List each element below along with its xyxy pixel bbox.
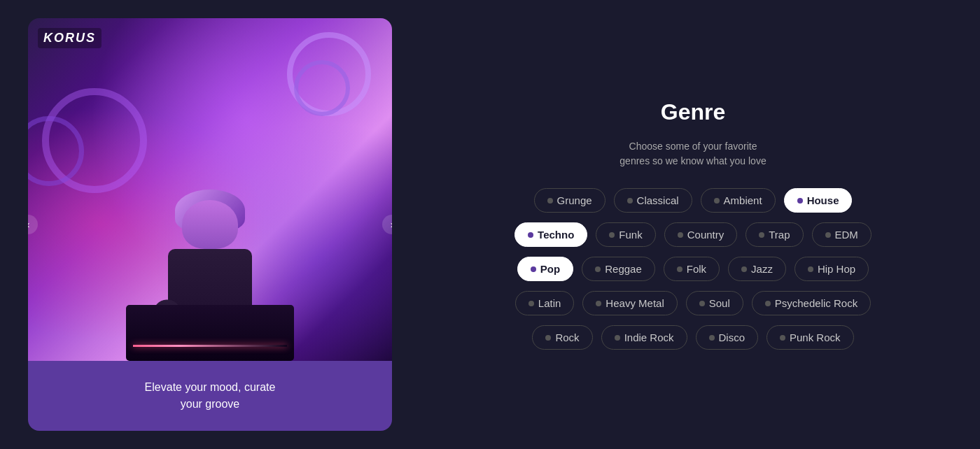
genre-subtitle: Choose some of your favorite genres so w… — [620, 139, 766, 169]
logo-text: KORUS — [43, 31, 96, 45]
chip-dot — [528, 301, 534, 306]
genre-chip-heavy-metal[interactable]: Heavy Metal — [582, 291, 677, 315]
genre-chip-techno[interactable]: Techno — [514, 222, 587, 247]
logo: KORUS — [38, 28, 102, 48]
light-ring-2 — [294, 60, 350, 116]
chip-dot — [741, 266, 747, 272]
genre-chip-indie-rock[interactable]: Indie Rock — [601, 325, 687, 350]
chip-label: Hip Hop — [818, 263, 855, 275]
chip-label: Punk Rock — [790, 332, 841, 343]
chip-label: Ambient — [724, 194, 762, 206]
chip-dot — [547, 198, 553, 204]
chip-dot — [780, 335, 785, 341]
chip-label: Psychedelic Rock — [775, 297, 858, 309]
chip-label: Country — [687, 229, 724, 241]
genre-chip-disco[interactable]: Disco — [696, 325, 759, 350]
caption-text: Elevate your mood, curate your groove — [145, 379, 276, 413]
genre-chip-house[interactable]: House — [784, 188, 853, 213]
chip-dot — [677, 266, 682, 272]
chip-dot — [759, 232, 764, 238]
genre-row-0: GrungeClassicalAmbientHouse — [534, 188, 853, 213]
main-container: KORUS ‹ › — [0, 0, 980, 449]
chip-label: Soul — [709, 297, 730, 309]
chip-dot — [595, 266, 601, 272]
genre-row-4: RockIndie RockDiscoPunk Rock — [532, 325, 853, 350]
chip-label: Classical — [637, 194, 679, 206]
chip-dot — [678, 232, 683, 238]
genre-chip-rock[interactable]: Rock — [532, 325, 592, 350]
chip-label: Rock — [555, 332, 579, 343]
caption-panel: Elevate your mood, curate your groove — [28, 361, 392, 431]
chip-dot — [825, 232, 831, 238]
dj-figure — [168, 200, 252, 361]
genre-chip-jazz[interactable]: Jazz — [728, 257, 786, 281]
genre-chip-soul[interactable]: Soul — [686, 291, 743, 315]
genre-title: Genre — [661, 99, 725, 125]
chip-label: Folk — [687, 263, 706, 275]
dj-image — [28, 18, 392, 361]
chip-dot — [709, 335, 715, 341]
chip-label: Pop — [540, 263, 560, 275]
genre-rows: GrungeClassicalAmbientHouseTechnoFunkCou… — [448, 188, 938, 350]
genre-panel: Genre Choose some of your favorite genre… — [434, 85, 952, 364]
genre-row-2: PopReggaeFolkJazzHip Hop — [517, 257, 869, 281]
genre-row-3: LatinHeavy MetalSoulPsychedelic Rock — [515, 291, 871, 315]
genre-chip-psychedelic-rock[interactable]: Psychedelic Rock — [752, 291, 871, 315]
dj-head — [182, 200, 238, 249]
genre-chip-funk[interactable]: Funk — [596, 222, 655, 247]
chip-label: Techno — [538, 229, 574, 241]
genre-chip-classical[interactable]: Classical — [614, 188, 692, 213]
chip-label: Indie Rock — [624, 332, 674, 343]
chip-label: EDM — [835, 229, 858, 241]
chip-label: Jazz — [751, 263, 773, 275]
chip-dot — [615, 335, 620, 341]
genre-chip-folk[interactable]: Folk — [664, 257, 720, 281]
chip-label: Funk — [619, 229, 642, 241]
chip-label: Disco — [719, 332, 746, 343]
chip-label: Trap — [769, 229, 790, 241]
chip-dot — [765, 301, 771, 306]
genre-chip-reggae[interactable]: Reggae — [582, 257, 655, 281]
genre-chip-trap[interactable]: Trap — [746, 222, 803, 247]
chip-dot — [714, 198, 720, 204]
chip-dot — [528, 232, 533, 238]
chip-label: Latin — [538, 297, 561, 309]
chip-dot — [699, 301, 705, 306]
chip-label: Heavy Metal — [606, 297, 664, 309]
genre-chip-edm[interactable]: EDM — [812, 222, 872, 247]
genre-chip-punk-rock[interactable]: Punk Rock — [766, 325, 854, 350]
chip-label: Grunge — [557, 194, 592, 206]
dj-equipment — [126, 305, 294, 361]
chip-dot — [808, 266, 813, 272]
left-panel: KORUS ‹ › — [28, 18, 392, 431]
genre-chip-ambient[interactable]: Ambient — [701, 188, 776, 213]
chip-dot — [596, 301, 601, 306]
chip-dot — [531, 266, 536, 272]
genre-chip-pop[interactable]: Pop — [517, 257, 573, 281]
chip-dot — [797, 198, 803, 204]
chip-label: House — [807, 194, 839, 206]
genre-row-1: TechnoFunkCountryTrapEDM — [514, 222, 872, 247]
chip-dot — [627, 198, 633, 204]
genre-chip-hip-hop[interactable]: Hip Hop — [794, 257, 869, 281]
chip-dot — [545, 335, 551, 341]
genre-chip-grunge[interactable]: Grunge — [534, 188, 606, 213]
chip-label: Reggae — [605, 263, 642, 275]
genre-chip-country[interactable]: Country — [664, 222, 738, 247]
chip-dot — [609, 232, 615, 238]
genre-chip-latin[interactable]: Latin — [515, 291, 575, 315]
